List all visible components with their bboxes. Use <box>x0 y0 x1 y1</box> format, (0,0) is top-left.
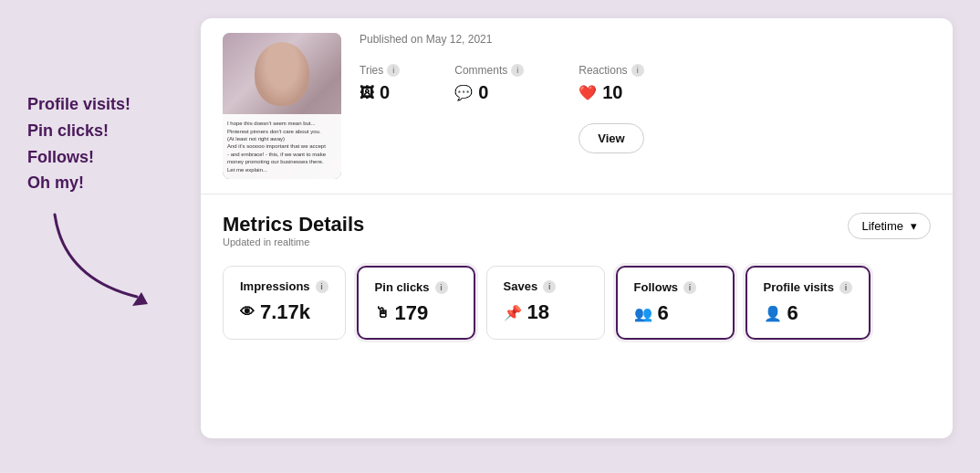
annotation-line4: Oh my! <box>27 170 201 196</box>
metric-card-impressions: Impressions i 👁 7.17k <box>223 266 346 340</box>
card-icon-pin-clicks: 🖱 <box>375 305 390 321</box>
annotation-line2: Pin clicks! <box>27 118 201 144</box>
chevron-down-icon: ▾ <box>911 219 917 233</box>
pin-meta: Published on May 12, 2021 Tries i 🖼 0 <box>360 33 931 153</box>
comments-metric: Comments i 💬 0 <box>454 64 524 153</box>
comments-value: 💬 0 <box>454 82 524 103</box>
pin-overlay-l2: Pinterest pinners don't care about you. <box>227 128 337 135</box>
pin-thumbnail-person <box>255 42 309 106</box>
card-info-pin-clicks[interactable]: i <box>435 281 448 294</box>
svg-marker-0 <box>132 292 148 306</box>
reactions-info-icon[interactable]: i <box>631 64 644 77</box>
dropdown-label: Lifetime <box>861 219 903 233</box>
card-icon-impressions: 👁 <box>240 304 255 321</box>
metrics-subtitle: Updated in realtime <box>223 236 364 247</box>
card-icon-follows: 👥 <box>634 305 652 322</box>
metric-card-saves: Saves i 📌 18 <box>486 266 605 340</box>
pin-published: Published on May 12, 2021 <box>360 33 931 46</box>
tries-metric: Tries i 🖼 0 <box>360 64 400 153</box>
annotation-line1: Profile visits! <box>27 91 201 118</box>
comments-info-icon[interactable]: i <box>511 64 524 77</box>
top-metrics-row: Tries i 🖼 0 Comments i <box>360 64 931 153</box>
card-icon-profile-visits: 👤 <box>764 305 782 322</box>
card-info-follows[interactable]: i <box>683 281 696 294</box>
annotation-line3: Follows! <box>27 144 201 171</box>
left-annotation: Profile visits! Pin clicks! Follows! Oh … <box>18 18 201 319</box>
reactions-icon: ❤️ <box>579 84 597 101</box>
card-value-pin-clicks: 🖱 179 <box>375 301 457 325</box>
metric-card-pin-clicks: Pin clicks i 🖱 179 <box>357 266 475 340</box>
pin-thumbnail-bg: I hope this doesn't seem mean but... Pin… <box>223 33 341 179</box>
card-value-impressions: 👁 7.17k <box>240 300 328 324</box>
metrics-details: Metrics Details Updated in realtime Life… <box>201 194 953 358</box>
comments-icon: 💬 <box>454 84 473 101</box>
pin-overlay-l3: (At least not right away) <box>227 135 337 142</box>
pin-text-overlay: I hope this doesn't seem mean but... Pin… <box>223 114 341 179</box>
arrow-icon <box>46 205 155 315</box>
pin-overlay-l6: money promoting our businesses there. <box>227 158 337 165</box>
tries-icon: 🖼 <box>360 85 374 101</box>
reactions-label: Reactions i <box>579 64 643 77</box>
card-label-follows: Follows i <box>634 280 716 294</box>
card-value-follows: 👥 6 <box>634 301 716 325</box>
pin-overlay-l7: Let me explain... <box>227 166 337 173</box>
card-label-profile-visits: Profile visits i <box>764 280 852 294</box>
card-label-impressions: Impressions i <box>240 279 328 293</box>
reactions-metric: Reactions i ❤️ 10 View <box>579 64 643 153</box>
metrics-header: Metrics Details Updated in realtime Life… <box>223 213 931 262</box>
metrics-title-group: Metrics Details Updated in realtime <box>223 213 364 262</box>
card-value-profile-visits: 👤 6 <box>764 301 852 325</box>
content-card: I hope this doesn't seem mean but... Pin… <box>201 18 953 438</box>
pin-thumbnail: I hope this doesn't seem mean but... Pin… <box>223 33 341 179</box>
metrics-cards: Impressions i 👁 7.17k Pin clicks i 🖱 179… <box>223 266 931 340</box>
comments-label: Comments i <box>454 64 524 77</box>
tries-info-icon[interactable]: i <box>387 64 400 77</box>
reactions-value: ❤️ 10 <box>579 82 643 103</box>
card-info-saves[interactable]: i <box>543 280 556 293</box>
card-label-pin-clicks: Pin clicks i <box>375 280 457 294</box>
card-value-saves: 📌 18 <box>504 300 588 324</box>
annotation-text: Profile visits! Pin clicks! Follows! Oh … <box>27 91 201 196</box>
metrics-title: Metrics Details <box>223 213 364 236</box>
tries-label: Tries i <box>360 64 400 77</box>
pin-overlay-l1: I hope this doesn't seem mean but... <box>227 120 337 127</box>
lifetime-dropdown[interactable]: Lifetime ▾ <box>848 213 931 239</box>
metric-card-profile-visits: Profile visits i 👤 6 <box>745 266 871 340</box>
metric-card-follows: Follows i 👥 6 <box>616 266 735 340</box>
main-container: Profile visits! Pin clicks! Follows! Oh … <box>0 0 980 473</box>
pin-overlay-l5: - and embrace! - this, if we want to mak… <box>227 151 337 158</box>
card-icon-saves: 📌 <box>504 304 522 321</box>
tries-value: 🖼 0 <box>360 82 400 103</box>
view-button[interactable]: View <box>579 123 643 153</box>
pin-overlay-l4: And it's sooooo important that we accept <box>227 142 337 150</box>
card-label-saves: Saves i <box>504 279 588 293</box>
card-info-profile-visits[interactable]: i <box>839 281 852 294</box>
card-info-impressions[interactable]: i <box>316 280 328 293</box>
pin-section: I hope this doesn't seem mean but... Pin… <box>201 18 953 194</box>
